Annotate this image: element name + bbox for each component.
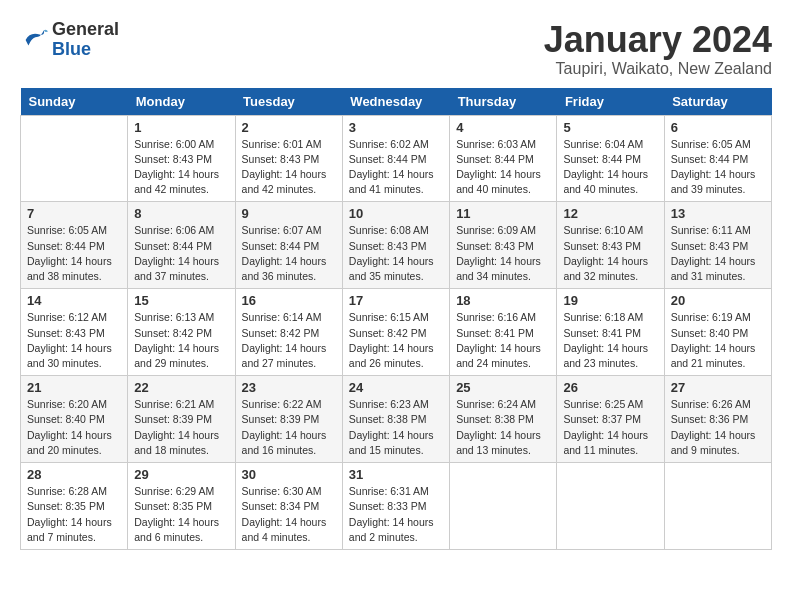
day-number: 27 xyxy=(671,380,765,395)
calendar-cell xyxy=(664,463,771,550)
day-info: Sunrise: 6:31 AMSunset: 8:33 PMDaylight:… xyxy=(349,484,443,545)
calendar-cell: 5Sunrise: 6:04 AMSunset: 8:44 PMDaylight… xyxy=(557,115,664,202)
calendar-cell: 17Sunrise: 6:15 AMSunset: 8:42 PMDayligh… xyxy=(342,289,449,376)
day-info: Sunrise: 6:30 AMSunset: 8:34 PMDaylight:… xyxy=(242,484,336,545)
day-info: Sunrise: 6:08 AMSunset: 8:43 PMDaylight:… xyxy=(349,223,443,284)
location-text: Taupiri, Waikato, New Zealand xyxy=(544,60,772,78)
weekday-header-wednesday: Wednesday xyxy=(342,88,449,116)
day-info: Sunrise: 6:20 AMSunset: 8:40 PMDaylight:… xyxy=(27,397,121,458)
day-number: 7 xyxy=(27,206,121,221)
day-info: Sunrise: 6:00 AMSunset: 8:43 PMDaylight:… xyxy=(134,137,228,198)
calendar-cell: 4Sunrise: 6:03 AMSunset: 8:44 PMDaylight… xyxy=(450,115,557,202)
day-number: 4 xyxy=(456,120,550,135)
weekday-header-monday: Monday xyxy=(128,88,235,116)
day-number: 21 xyxy=(27,380,121,395)
calendar-cell: 8Sunrise: 6:06 AMSunset: 8:44 PMDaylight… xyxy=(128,202,235,289)
calendar-cell: 14Sunrise: 6:12 AMSunset: 8:43 PMDayligh… xyxy=(21,289,128,376)
day-number: 10 xyxy=(349,206,443,221)
day-number: 24 xyxy=(349,380,443,395)
day-info: Sunrise: 6:15 AMSunset: 8:42 PMDaylight:… xyxy=(349,310,443,371)
day-info: Sunrise: 6:21 AMSunset: 8:39 PMDaylight:… xyxy=(134,397,228,458)
day-number: 25 xyxy=(456,380,550,395)
calendar-cell: 10Sunrise: 6:08 AMSunset: 8:43 PMDayligh… xyxy=(342,202,449,289)
day-info: Sunrise: 6:14 AMSunset: 8:42 PMDaylight:… xyxy=(242,310,336,371)
day-info: Sunrise: 6:05 AMSunset: 8:44 PMDaylight:… xyxy=(671,137,765,198)
day-info: Sunrise: 6:03 AMSunset: 8:44 PMDaylight:… xyxy=(456,137,550,198)
day-number: 14 xyxy=(27,293,121,308)
day-number: 30 xyxy=(242,467,336,482)
day-number: 29 xyxy=(134,467,228,482)
calendar-cell: 24Sunrise: 6:23 AMSunset: 8:38 PMDayligh… xyxy=(342,376,449,463)
calendar-cell: 3Sunrise: 6:02 AMSunset: 8:44 PMDaylight… xyxy=(342,115,449,202)
logo: General Blue xyxy=(20,20,119,60)
day-info: Sunrise: 6:24 AMSunset: 8:38 PMDaylight:… xyxy=(456,397,550,458)
day-number: 8 xyxy=(134,206,228,221)
day-info: Sunrise: 6:02 AMSunset: 8:44 PMDaylight:… xyxy=(349,137,443,198)
calendar-cell: 11Sunrise: 6:09 AMSunset: 8:43 PMDayligh… xyxy=(450,202,557,289)
calendar-cell: 22Sunrise: 6:21 AMSunset: 8:39 PMDayligh… xyxy=(128,376,235,463)
calendar-cell: 31Sunrise: 6:31 AMSunset: 8:33 PMDayligh… xyxy=(342,463,449,550)
day-info: Sunrise: 6:16 AMSunset: 8:41 PMDaylight:… xyxy=(456,310,550,371)
logo-blue-text: Blue xyxy=(52,39,91,59)
weekday-header-row: SundayMondayTuesdayWednesdayThursdayFrid… xyxy=(21,88,772,116)
day-info: Sunrise: 6:12 AMSunset: 8:43 PMDaylight:… xyxy=(27,310,121,371)
day-info: Sunrise: 6:05 AMSunset: 8:44 PMDaylight:… xyxy=(27,223,121,284)
day-number: 6 xyxy=(671,120,765,135)
day-info: Sunrise: 6:11 AMSunset: 8:43 PMDaylight:… xyxy=(671,223,765,284)
calendar-cell: 15Sunrise: 6:13 AMSunset: 8:42 PMDayligh… xyxy=(128,289,235,376)
calendar-cell: 27Sunrise: 6:26 AMSunset: 8:36 PMDayligh… xyxy=(664,376,771,463)
day-number: 18 xyxy=(456,293,550,308)
calendar-cell xyxy=(557,463,664,550)
title-block: January 2024 Taupiri, Waikato, New Zeala… xyxy=(544,20,772,78)
calendar-cell: 19Sunrise: 6:18 AMSunset: 8:41 PMDayligh… xyxy=(557,289,664,376)
calendar-cell: 29Sunrise: 6:29 AMSunset: 8:35 PMDayligh… xyxy=(128,463,235,550)
day-number: 28 xyxy=(27,467,121,482)
calendar-cell: 30Sunrise: 6:30 AMSunset: 8:34 PMDayligh… xyxy=(235,463,342,550)
day-info: Sunrise: 6:29 AMSunset: 8:35 PMDaylight:… xyxy=(134,484,228,545)
day-number: 22 xyxy=(134,380,228,395)
day-info: Sunrise: 6:09 AMSunset: 8:43 PMDaylight:… xyxy=(456,223,550,284)
calendar-week-row: 21Sunrise: 6:20 AMSunset: 8:40 PMDayligh… xyxy=(21,376,772,463)
calendar-cell xyxy=(21,115,128,202)
weekday-header-sunday: Sunday xyxy=(21,88,128,116)
calendar-cell: 16Sunrise: 6:14 AMSunset: 8:42 PMDayligh… xyxy=(235,289,342,376)
calendar-week-row: 7Sunrise: 6:05 AMSunset: 8:44 PMDaylight… xyxy=(21,202,772,289)
calendar-cell: 13Sunrise: 6:11 AMSunset: 8:43 PMDayligh… xyxy=(664,202,771,289)
day-info: Sunrise: 6:13 AMSunset: 8:42 PMDaylight:… xyxy=(134,310,228,371)
day-info: Sunrise: 6:07 AMSunset: 8:44 PMDaylight:… xyxy=(242,223,336,284)
weekday-header-thursday: Thursday xyxy=(450,88,557,116)
day-info: Sunrise: 6:23 AMSunset: 8:38 PMDaylight:… xyxy=(349,397,443,458)
day-number: 13 xyxy=(671,206,765,221)
weekday-header-tuesday: Tuesday xyxy=(235,88,342,116)
weekday-header-friday: Friday xyxy=(557,88,664,116)
day-info: Sunrise: 6:28 AMSunset: 8:35 PMDaylight:… xyxy=(27,484,121,545)
calendar-week-row: 28Sunrise: 6:28 AMSunset: 8:35 PMDayligh… xyxy=(21,463,772,550)
calendar-table: SundayMondayTuesdayWednesdayThursdayFrid… xyxy=(20,88,772,550)
logo-general-text: General xyxy=(52,19,119,39)
calendar-week-row: 14Sunrise: 6:12 AMSunset: 8:43 PMDayligh… xyxy=(21,289,772,376)
day-number: 1 xyxy=(134,120,228,135)
day-number: 17 xyxy=(349,293,443,308)
calendar-cell: 28Sunrise: 6:28 AMSunset: 8:35 PMDayligh… xyxy=(21,463,128,550)
day-number: 19 xyxy=(563,293,657,308)
day-info: Sunrise: 6:06 AMSunset: 8:44 PMDaylight:… xyxy=(134,223,228,284)
calendar-cell: 6Sunrise: 6:05 AMSunset: 8:44 PMDaylight… xyxy=(664,115,771,202)
calendar-cell: 18Sunrise: 6:16 AMSunset: 8:41 PMDayligh… xyxy=(450,289,557,376)
calendar-cell: 9Sunrise: 6:07 AMSunset: 8:44 PMDaylight… xyxy=(235,202,342,289)
day-info: Sunrise: 6:19 AMSunset: 8:40 PMDaylight:… xyxy=(671,310,765,371)
calendar-cell: 26Sunrise: 6:25 AMSunset: 8:37 PMDayligh… xyxy=(557,376,664,463)
day-info: Sunrise: 6:18 AMSunset: 8:41 PMDaylight:… xyxy=(563,310,657,371)
calendar-cell: 21Sunrise: 6:20 AMSunset: 8:40 PMDayligh… xyxy=(21,376,128,463)
day-info: Sunrise: 6:26 AMSunset: 8:36 PMDaylight:… xyxy=(671,397,765,458)
day-info: Sunrise: 6:22 AMSunset: 8:39 PMDaylight:… xyxy=(242,397,336,458)
calendar-cell: 25Sunrise: 6:24 AMSunset: 8:38 PMDayligh… xyxy=(450,376,557,463)
day-number: 5 xyxy=(563,120,657,135)
logo-bird-icon xyxy=(20,26,48,54)
day-info: Sunrise: 6:01 AMSunset: 8:43 PMDaylight:… xyxy=(242,137,336,198)
day-number: 26 xyxy=(563,380,657,395)
weekday-header-saturday: Saturday xyxy=(664,88,771,116)
day-info: Sunrise: 6:04 AMSunset: 8:44 PMDaylight:… xyxy=(563,137,657,198)
day-number: 16 xyxy=(242,293,336,308)
calendar-week-row: 1Sunrise: 6:00 AMSunset: 8:43 PMDaylight… xyxy=(21,115,772,202)
calendar-cell: 20Sunrise: 6:19 AMSunset: 8:40 PMDayligh… xyxy=(664,289,771,376)
